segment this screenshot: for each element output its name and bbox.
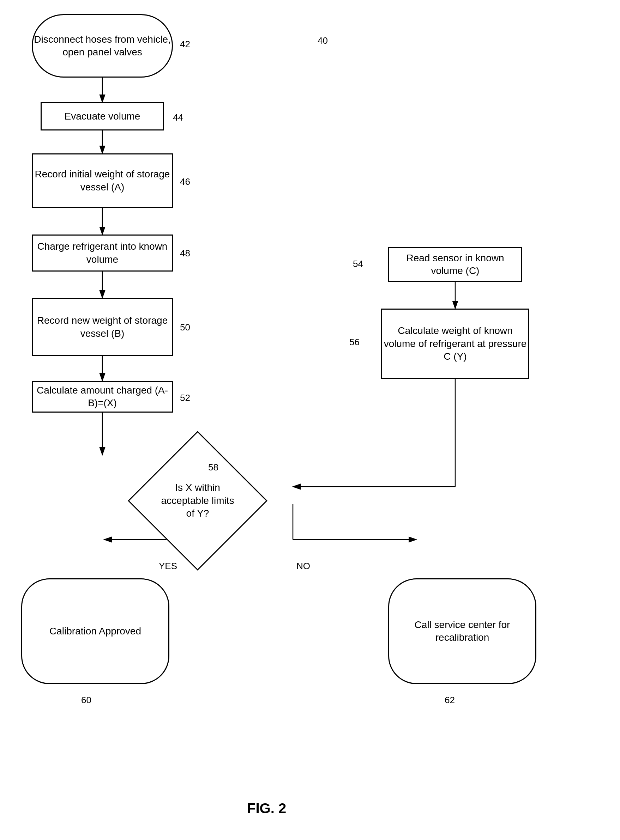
step-50-shape: Record new weight of storage vessel (B): [32, 298, 173, 356]
step-54-id: 54: [353, 258, 363, 269]
step-56-id: 56: [349, 337, 360, 348]
step-46-label: Record initial weight of storage vessel …: [33, 168, 172, 194]
step-48-shape: Charge refrigerant into known volume: [32, 234, 173, 272]
step-62-id: 62: [445, 695, 455, 706]
no-label: NO: [296, 561, 310, 572]
figure-ref-label: 40: [318, 35, 328, 46]
step-60-shape: Calibration Approved: [21, 578, 169, 684]
step-42-label: Disconnect hoses from vehicle, open pane…: [33, 33, 172, 59]
step-50-label: Record new weight of storage vessel (B): [33, 314, 172, 340]
step-52-label: Calculate amount charged (A-B)=(X): [33, 384, 172, 410]
fig-caption: FIG. 2: [247, 801, 286, 816]
step-56-shape: Calculate weight of known volume of refr…: [381, 309, 529, 379]
step-52-id: 52: [180, 393, 190, 404]
step-54-shape: Read sensor in known volume (C): [388, 247, 522, 282]
step-44-shape: Evacuate volume: [41, 102, 164, 130]
step-60-id: 60: [81, 695, 92, 706]
step-44-label: Evacuate volume: [65, 110, 140, 123]
step-56-label: Calculate weight of known volume of refr…: [382, 324, 528, 363]
step-60-label: Calibration Approved: [50, 625, 141, 638]
step-62-shape: Call service center for recalibration: [388, 578, 536, 684]
step-42-shape: Disconnect hoses from vehicle, open pane…: [32, 14, 173, 78]
step-58-id: 58: [208, 462, 218, 473]
step-58-wrapper: Is X within acceptable limits of Y?: [123, 448, 272, 554]
step-54-label: Read sensor in known volume (C): [389, 252, 521, 278]
step-58-label: Is X within acceptable limits of Y?: [159, 482, 236, 520]
step-62-label: Call service center for recalibration: [389, 618, 535, 644]
step-44-id: 44: [173, 112, 183, 123]
step-46-id: 46: [180, 176, 190, 187]
step-48-id: 48: [180, 248, 190, 259]
flowchart-diagram: 40 Disconnect hoses from vehicle, open p…: [0, 0, 620, 840]
step-42-id: 42: [180, 39, 190, 50]
yes-label: YES: [159, 561, 177, 572]
step-52-shape: Calculate amount charged (A-B)=(X): [32, 381, 173, 412]
step-46-shape: Record initial weight of storage vessel …: [32, 153, 173, 208]
step-50-id: 50: [180, 322, 190, 333]
step-48-label: Charge refrigerant into known volume: [33, 240, 172, 266]
